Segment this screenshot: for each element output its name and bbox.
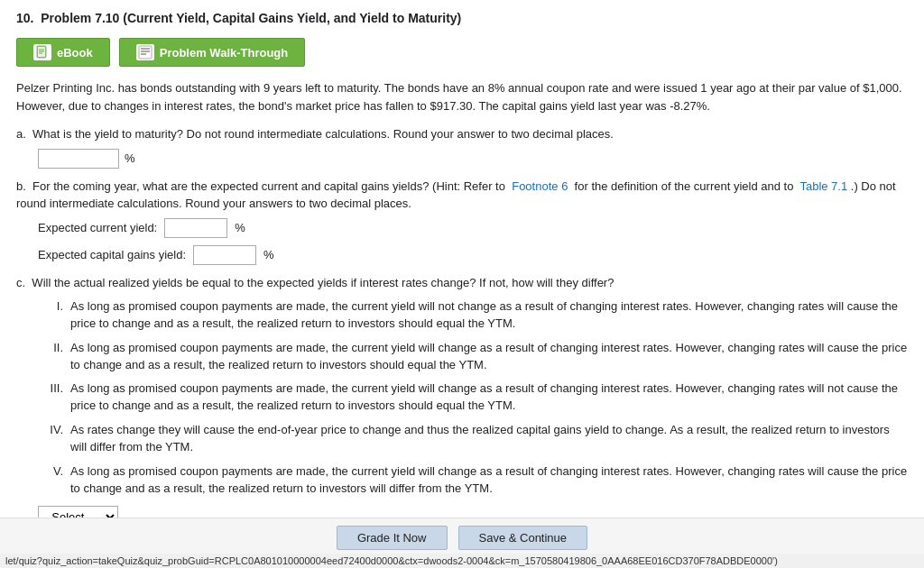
- book-svg: [35, 45, 50, 60]
- main-content: 10. Problem 7.10 (Current Yield, Capital…: [0, 0, 924, 527]
- url-bar: let/quiz?quiz_action=takeQuiz&quiz_probG…: [0, 554, 924, 568]
- current-yield-label: Expected current yield:: [38, 221, 157, 234]
- roman-numeral: III.: [38, 380, 63, 415]
- expected-capital-yield-row: Expected capital gains yield: %: [38, 245, 908, 265]
- walkthrough-icon: [136, 44, 154, 60]
- part-b-inputs: Expected current yield: % Expected capit…: [38, 218, 908, 265]
- part-c-label: c. Will the actual realized yields be eq…: [16, 274, 908, 292]
- part-c-item: II.As long as promised coupon payments a…: [38, 340, 908, 374]
- problem-para1: Pelzer Printing Inc. has bonds outstandi…: [16, 81, 902, 113]
- part-a: a. What is the yield to maturity? Do not…: [16, 125, 908, 169]
- part-c-item: V.As long as promised coupon payments ar…: [38, 463, 908, 498]
- part-c-options-list: I.As long as promised coupon payments ar…: [38, 298, 908, 497]
- svg-rect-5: [139, 46, 152, 59]
- option-text: As long as promised coupon payments are …: [70, 380, 908, 415]
- ebook-label: eBook: [57, 46, 93, 60]
- toolbar: eBook Problem Walk-Through: [16, 38, 908, 67]
- roman-numeral: IV.: [38, 422, 63, 456]
- footnote-link[interactable]: Footnote 6: [512, 179, 568, 193]
- part-c-item: III.As long as promised coupon payments …: [38, 380, 908, 415]
- table-link[interactable]: Table 7.1: [799, 179, 847, 193]
- save-continue-button[interactable]: Save & Continue: [458, 526, 588, 550]
- part-c-item: IV.As rates change they will cause the e…: [38, 422, 908, 456]
- footer-buttons: Grade It Now Save & Continue: [337, 526, 587, 550]
- part-c: c. Will the actual realized yields be eq…: [16, 274, 908, 528]
- capital-yield-label: Expected capital gains yield:: [38, 248, 186, 261]
- walkthrough-button[interactable]: Problem Walk-Through: [119, 38, 306, 67]
- option-text: As long as promised coupon payments are …: [70, 298, 908, 333]
- part-b-label: b. For the coming year, what are the exp…: [16, 178, 908, 213]
- problem-text: Pelzer Printing Inc. has bonds outstandi…: [16, 79, 908, 115]
- yield-to-maturity-input[interactable]: [38, 149, 119, 169]
- walkthrough-svg: [138, 45, 152, 60]
- option-text: As long as promised coupon payments are …: [70, 463, 908, 498]
- part-a-percent: %: [125, 151, 135, 165]
- problem-title: 10. Problem 7.10 (Current Yield, Capital…: [16, 11, 908, 25]
- ebook-icon: [33, 44, 51, 60]
- roman-numeral: II.: [38, 340, 63, 374]
- current-yield-percent: %: [235, 221, 245, 234]
- expected-current-yield-row: Expected current yield: %: [38, 218, 908, 238]
- expected-current-yield-input[interactable]: [164, 218, 227, 238]
- grade-button[interactable]: Grade It Now: [337, 526, 448, 550]
- expected-capital-yield-input[interactable]: [193, 245, 256, 265]
- capital-yield-percent: %: [263, 248, 274, 261]
- roman-numeral: V.: [38, 463, 63, 498]
- part-a-input-row: %: [38, 149, 908, 169]
- option-text: As rates change they will cause the end-…: [70, 422, 908, 456]
- option-text: As long as promised coupon payments are …: [70, 340, 908, 374]
- problem-number: 10.: [16, 11, 33, 25]
- roman-numeral: I.: [38, 298, 63, 333]
- part-c-item: I.As long as promised coupon payments ar…: [38, 298, 908, 333]
- part-a-label: a. What is the yield to maturity? Do not…: [16, 125, 908, 143]
- part-b: b. For the coming year, what are the exp…: [16, 178, 908, 265]
- walkthrough-label: Problem Walk-Through: [160, 46, 289, 60]
- problem-title-text: Problem 7.10 (Current Yield, Capital Gai…: [41, 11, 461, 25]
- ebook-button[interactable]: eBook: [16, 38, 110, 67]
